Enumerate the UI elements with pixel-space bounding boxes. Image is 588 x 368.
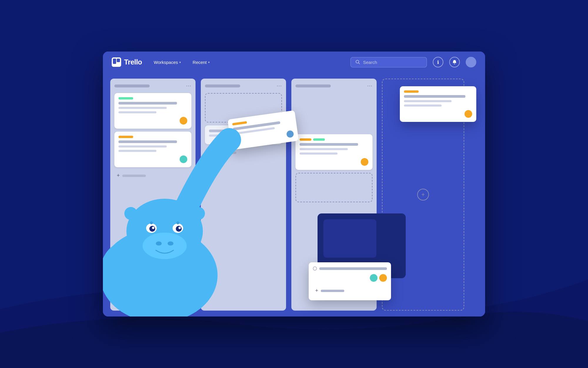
floating-bottom-footer [313, 274, 387, 282]
trello-logo-icon [112, 57, 121, 67]
card-desc-bar-2 [118, 111, 156, 113]
recent-chevron-icon: ▾ [208, 61, 210, 64]
card-3-2[interactable] [295, 134, 372, 170]
floating-card-space [295, 93, 372, 131]
search-placeholder: Search [363, 60, 377, 65]
column-2-title [205, 84, 240, 87]
card-avatar-orange-2 [361, 158, 368, 166]
floating-bottom-avatar-orange [379, 274, 387, 282]
card-title-bar [118, 102, 177, 105]
svg-line-4 [359, 63, 360, 64]
card-desc-bar-6 [300, 148, 348, 150]
floating-bottom-title [319, 267, 387, 270]
workspaces-label: Workspaces [154, 60, 178, 65]
column-1-title [114, 84, 150, 87]
navbar: Trello Workspaces ▾ Recent ▾ Search ℹ [103, 52, 485, 73]
workspaces-nav[interactable]: Workspaces ▾ [151, 58, 184, 67]
add-label-bar-1 [122, 175, 146, 177]
card-avatar-teal [180, 155, 187, 163]
workspaces-chevron-icon: ▾ [179, 61, 181, 64]
card-label-orange [118, 136, 133, 138]
column-3-header: ··· [295, 83, 372, 89]
card-title-bar-2 [118, 140, 177, 143]
card-labels-row [300, 138, 368, 141]
add-label-bar-2 [213, 152, 236, 154]
card-desc-bar-3 [118, 145, 167, 147]
floating-card-desc-2 [404, 105, 442, 107]
folder-graphic [323, 219, 376, 258]
add-list-plus-icon: + [417, 189, 429, 200]
card-1-1[interactable] [114, 93, 191, 129]
floating-bottom-avatar-teal [370, 274, 377, 282]
card-title-bar-4 [300, 143, 358, 146]
floating-card-title [404, 95, 465, 98]
search-icon [355, 60, 360, 64]
info-icon: ℹ [437, 59, 439, 65]
floating-bottom-add[interactable]: + [313, 285, 387, 296]
floating-card-bottom: + [309, 262, 391, 300]
floating-add-bar [321, 290, 344, 292]
svg-rect-2 [117, 59, 120, 62]
svg-rect-5 [454, 64, 455, 64]
add-card-button-1[interactable]: + [114, 170, 191, 181]
floating-card-avatar [465, 110, 472, 118]
column-1-header: ··· [114, 83, 191, 89]
info-button[interactable]: ℹ [433, 57, 443, 67]
card-1-2[interactable] [114, 132, 191, 167]
floating-card-label [404, 90, 419, 93]
card-desc-bar [118, 107, 167, 109]
card-label-orange-2 [300, 138, 311, 141]
column-2-header: ··· [205, 83, 282, 89]
floating-card-col3 [400, 86, 476, 122]
floating-add-icon: + [315, 288, 318, 294]
card-desc-bar-4 [118, 150, 156, 152]
search-bar[interactable]: Search [350, 57, 427, 67]
add-card-button-2[interactable]: + [205, 147, 282, 158]
recent-label: Recent [193, 60, 207, 65]
column-1-menu[interactable]: ··· [186, 83, 191, 89]
app-name: Trello [124, 58, 142, 66]
dragged-card-avatar [286, 130, 294, 138]
column-2-menu[interactable]: ··· [277, 83, 282, 89]
checkbox-circle [313, 266, 317, 271]
card-avatar-orange [180, 117, 187, 125]
svg-rect-1 [113, 59, 116, 64]
dragged-card-label [232, 121, 247, 125]
add-icon-2: + [207, 150, 211, 156]
column-3-title [295, 84, 331, 87]
card-label-green [118, 97, 133, 100]
recent-nav[interactable]: Recent ▾ [190, 58, 213, 67]
card-footer-2 [118, 155, 187, 163]
card-label-green-2 [313, 138, 325, 141]
browser-window: Trello Workspaces ▾ Recent ▾ Search ℹ [103, 52, 485, 316]
add-icon-1: + [117, 173, 120, 179]
notifications-button[interactable] [449, 57, 460, 67]
user-avatar[interactable] [466, 57, 476, 67]
column-1: ··· [110, 79, 196, 311]
column-3-menu[interactable]: ··· [367, 83, 372, 89]
bell-icon [452, 60, 457, 64]
floating-card-desc [404, 100, 452, 102]
card-desc-bar-7 [300, 152, 338, 155]
floating-card-footer [404, 110, 472, 118]
drop-zone-2 [295, 173, 372, 202]
card-footer-4 [300, 158, 368, 166]
floating-bottom-avatars [370, 274, 387, 282]
floating-bottom-row [313, 266, 387, 271]
card-footer [118, 117, 187, 125]
logo-area: Trello [112, 57, 142, 67]
